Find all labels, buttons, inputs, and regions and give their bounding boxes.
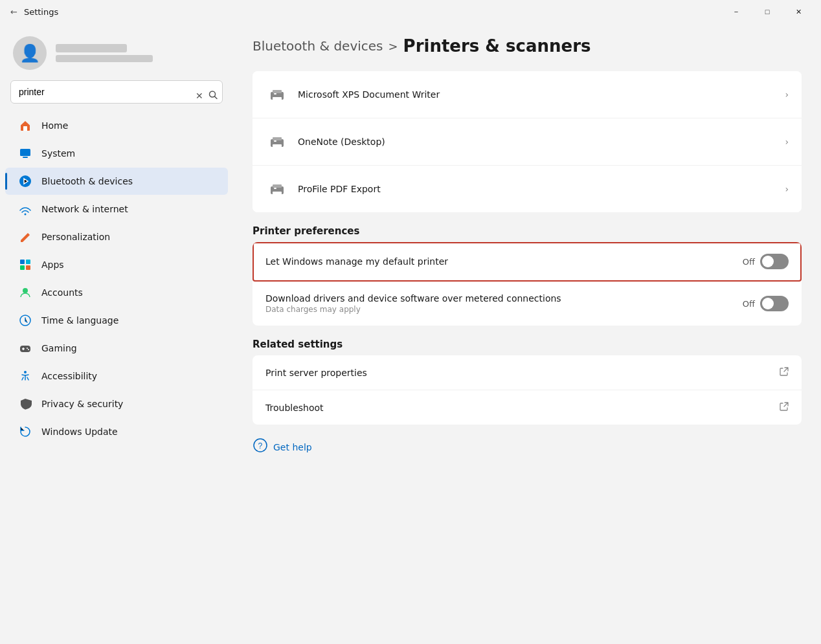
accounts-icon xyxy=(18,285,32,300)
related-label-print-server: Print server properties xyxy=(265,368,780,378)
svg-point-17 xyxy=(28,349,29,350)
user-name xyxy=(56,44,127,52)
sidebar-item-personalization[interactable]: Personalization xyxy=(5,223,228,250)
app-body: 👤 ✕ Home xyxy=(0,23,821,644)
svg-rect-20 xyxy=(273,90,282,93)
svg-rect-2 xyxy=(23,126,27,131)
search-clear-button[interactable]: ✕ xyxy=(193,88,206,104)
home-icon xyxy=(18,118,32,133)
sidebar-label-update: Windows Update xyxy=(41,427,118,437)
sidebar-label-apps: Apps xyxy=(41,260,64,270)
breadcrumb: Bluetooth & devices > Printers & scanner… xyxy=(253,36,802,56)
update-icon xyxy=(18,425,32,439)
app-title: Settings xyxy=(24,7,58,17)
related-item-print-server[interactable]: Print server properties xyxy=(253,355,802,390)
gaming-icon xyxy=(18,341,32,355)
preferences-section-label: Printer preferences xyxy=(253,225,802,237)
toggle-track-default xyxy=(760,254,789,269)
sidebar-label-privacy: Privacy & security xyxy=(41,399,123,409)
breadcrumb-separator: > xyxy=(388,39,398,53)
pref-default-title: Let Windows manage my default printer xyxy=(265,256,743,267)
svg-rect-28 xyxy=(273,184,282,188)
get-help-link[interactable]: ? Get help xyxy=(253,438,802,456)
svg-rect-29 xyxy=(273,192,282,195)
svg-point-16 xyxy=(27,348,28,349)
sidebar-item-privacy[interactable]: Privacy & security xyxy=(5,390,228,417)
sidebar-item-time[interactable]: Time & language xyxy=(5,307,228,334)
external-icon-troubleshoot xyxy=(780,402,789,413)
network-icon xyxy=(18,202,32,216)
sidebar-item-home[interactable]: Home xyxy=(5,112,228,139)
sidebar-label-bluetooth: Bluetooth & devices xyxy=(41,176,133,186)
title-bar: ← Settings − □ ✕ xyxy=(0,0,821,23)
svg-rect-8 xyxy=(26,260,30,264)
window-controls: − □ ✕ xyxy=(721,0,813,23)
related-item-troubleshoot[interactable]: Troubleshoot xyxy=(253,390,802,425)
printer-name-profile: ProFile PDF Export xyxy=(298,184,776,194)
printer-item-xps[interactable]: Microsoft XPS Document Writer › xyxy=(253,71,802,118)
pref-default-content: Let Windows manage my default printer xyxy=(265,256,743,267)
sidebar-label-accessibility: Accessibility xyxy=(41,371,97,381)
sidebar-label-gaming: Gaming xyxy=(41,343,77,353)
pref-item-download-drivers[interactable]: Download drivers and device software ove… xyxy=(253,282,802,326)
time-icon xyxy=(18,313,32,328)
back-icon[interactable]: ← xyxy=(10,7,17,17)
user-email xyxy=(56,55,153,62)
pref-download-right: Off xyxy=(743,296,789,311)
related-section-label: Related settings xyxy=(253,339,802,350)
chevron-icon-xps: › xyxy=(785,89,789,100)
sidebar-item-apps[interactable]: Apps xyxy=(5,251,228,278)
breadcrumb-parent[interactable]: Bluetooth & devices xyxy=(253,38,383,54)
user-info xyxy=(56,44,153,62)
breadcrumb-current: Printers & scanners xyxy=(403,36,591,56)
sidebar-nav: Home System Bluetooth & devices xyxy=(0,111,233,446)
sidebar-label-network: Network & internet xyxy=(41,204,128,214)
sidebar-label-time: Time & language xyxy=(41,315,118,326)
sidebar-item-system[interactable]: System xyxy=(5,140,228,167)
search-button[interactable] xyxy=(206,88,220,104)
svg-text:?: ? xyxy=(258,441,263,450)
printer-item-onenote[interactable]: OneNote (Desktop) › xyxy=(253,118,802,166)
chevron-icon-profile: › xyxy=(785,184,789,194)
related-label-troubleshoot: Troubleshoot xyxy=(265,403,780,413)
sidebar-item-gaming[interactable]: Gaming xyxy=(5,335,228,362)
title-bar-left: ← Settings xyxy=(10,7,58,17)
minimize-button[interactable]: − xyxy=(721,0,751,23)
search-icon xyxy=(208,91,218,100)
printer-name-xps: Microsoft XPS Document Writer xyxy=(298,89,776,100)
printer-item-profile[interactable]: ProFile PDF Export › xyxy=(253,166,802,212)
chevron-icon-onenote: › xyxy=(785,137,789,147)
sidebar-item-accessibility[interactable]: Accessibility xyxy=(5,362,228,390)
sidebar-item-accounts[interactable]: Accounts xyxy=(5,279,228,306)
svg-rect-24 xyxy=(273,137,282,140)
sidebar-item-update[interactable]: Windows Update xyxy=(5,418,228,445)
sidebar-item-bluetooth[interactable]: Bluetooth & devices xyxy=(5,168,228,195)
svg-point-11 xyxy=(23,288,28,293)
sidebar-label-accounts: Accounts xyxy=(41,287,83,298)
printer-name-onenote: OneNote (Desktop) xyxy=(298,137,776,147)
svg-rect-13 xyxy=(20,346,30,352)
pref-default-toggle[interactable] xyxy=(760,254,789,269)
avatar: 👤 xyxy=(13,36,47,70)
printer-icon-xps xyxy=(265,83,289,106)
pref-item-default-printer[interactable]: Let Windows manage my default printer Of… xyxy=(253,242,802,282)
toggle-track-download xyxy=(760,296,789,311)
apps-icon xyxy=(18,258,32,272)
system-icon xyxy=(18,146,32,161)
sidebar-item-network[interactable]: Network & internet xyxy=(5,195,228,223)
accessibility-icon xyxy=(18,369,32,383)
sidebar-label-system: System xyxy=(41,148,75,159)
svg-rect-7 xyxy=(20,260,25,264)
pref-download-toggle[interactable] xyxy=(760,296,789,311)
pref-download-content: Download drivers and device software ove… xyxy=(265,293,743,314)
maximize-button[interactable]: □ xyxy=(752,0,782,23)
help-icon: ? xyxy=(253,438,268,456)
svg-rect-25 xyxy=(273,144,282,148)
svg-rect-3 xyxy=(20,149,30,156)
search-input[interactable] xyxy=(10,80,223,104)
related-card: Print server properties Troubleshoot xyxy=(253,355,802,425)
svg-rect-10 xyxy=(26,265,30,270)
svg-rect-9 xyxy=(20,265,25,270)
close-button[interactable]: ✕ xyxy=(783,0,813,23)
user-profile[interactable]: 👤 xyxy=(0,23,233,80)
